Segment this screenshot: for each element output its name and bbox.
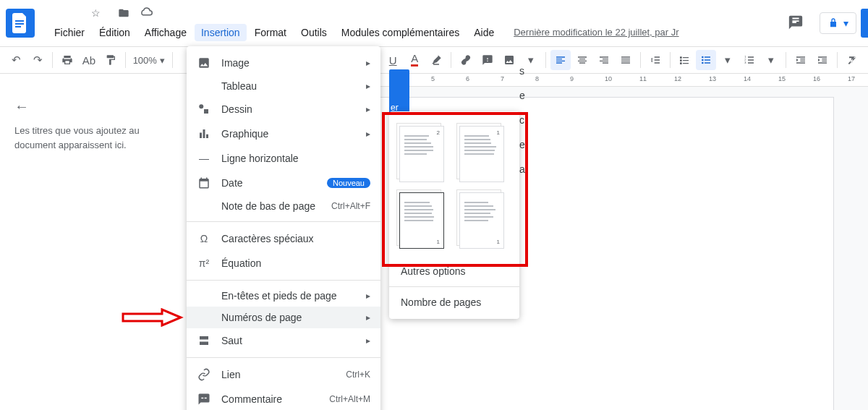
- submenu-other-options[interactable]: Autres options: [389, 259, 519, 283]
- menu-edit[interactable]: Édition: [93, 24, 137, 41]
- docs-logo[interactable]: [6, 9, 35, 38]
- page-number-option[interactable]: 1: [459, 126, 509, 182]
- svg-point-3: [702, 56, 704, 59]
- text-color-button[interactable]: A: [404, 50, 425, 70]
- menu-image[interactable]: Image▸: [187, 51, 380, 75]
- chevron-right-icon: ▸: [366, 291, 370, 301]
- comments-button[interactable]: [788, 14, 804, 33]
- chevron-right-icon: ▸: [366, 336, 370, 346]
- svg-rect-10: [204, 109, 208, 114]
- chevron-right-icon: ▸: [366, 58, 370, 68]
- title-actions: ☆ ⠀: [91, 7, 153, 21]
- menu-footnote[interactable]: Note de bas de page Ctrl+Alt+F: [187, 195, 380, 217]
- menu-link[interactable]: Lien Ctrl+K: [187, 362, 380, 387]
- print-button[interactable]: [57, 50, 77, 70]
- svg-rect-1: [15, 23, 24, 25]
- menu-addons[interactable]: Modules complémentaires: [335, 24, 466, 41]
- svg-rect-2: [15, 26, 21, 27]
- break-icon: [197, 333, 211, 348]
- menu-drawing[interactable]: Dessin▸: [187, 97, 380, 121]
- omega-icon: Ω: [197, 231, 211, 246]
- svg-point-4: [702, 59, 704, 61]
- menu-headers-footers[interactable]: En-têtes et pieds de page▸: [187, 285, 380, 307]
- drawing-icon: [197, 102, 211, 116]
- pi-icon: π²: [197, 256, 211, 270]
- share-button[interactable]: ▾: [820, 12, 856, 34]
- underline-button[interactable]: U: [383, 50, 403, 70]
- undo-button[interactable]: ↶: [6, 50, 26, 70]
- insert-dropdown: Image▸ Tableau▸ Dessin▸ Graphique▸ ― Lig…: [187, 46, 380, 410]
- cloud-icon[interactable]: [140, 7, 153, 21]
- last-modified-link[interactable]: Dernière modification le 22 juillet, par…: [514, 27, 678, 38]
- star-icon[interactable]: ☆: [91, 7, 101, 21]
- outline-close-button[interactable]: ←: [14, 98, 29, 115]
- redo-button[interactable]: ↷: [27, 50, 48, 70]
- menu-hr[interactable]: ― Ligne horizontale: [187, 146, 380, 171]
- chevron-down-icon: ▾: [160, 55, 165, 66]
- highlight-button[interactable]: [426, 50, 446, 70]
- page-number-option[interactable]: 1: [399, 192, 449, 249]
- menu-format[interactable]: Format: [248, 24, 293, 41]
- share-dropdown-icon: ▾: [843, 17, 848, 29]
- docs-icon: [12, 13, 28, 33]
- menu-help[interactable]: Aide: [467, 24, 501, 41]
- comment-icon: [197, 392, 211, 406]
- new-badge: Nouveau: [327, 178, 370, 188]
- menubar: Fichier Édition Affichage Insertion Form…: [48, 24, 788, 41]
- selection-highlight: er: [389, 69, 409, 114]
- page-number-option[interactable]: 1: [459, 192, 509, 249]
- calendar-icon: [197, 176, 211, 190]
- hr-icon: ―: [197, 151, 211, 166]
- header: ☆ ⠀ Fichier Édition Affichage Insertion …: [0, 0, 868, 46]
- menu-chart[interactable]: Graphique▸: [187, 121, 380, 146]
- image-icon: [197, 56, 211, 70]
- svg-text:3: 3: [745, 61, 747, 64]
- menu-tools[interactable]: Outils: [294, 24, 333, 41]
- header-right: ▾: [788, 12, 856, 34]
- chevron-right-icon: ▸: [366, 81, 370, 91]
- lock-icon: [827, 17, 839, 29]
- menu-date[interactable]: Date Nouveau: [187, 171, 380, 195]
- menu-file[interactable]: Fichier: [48, 24, 91, 41]
- add-comment-button[interactable]: [477, 50, 498, 70]
- chevron-right-icon: ▸: [366, 129, 370, 139]
- svg-point-9: [199, 104, 203, 108]
- menu-comment[interactable]: Commentaire Ctrl+Alt+M: [187, 387, 380, 410]
- paint-button[interactable]: [101, 50, 121, 70]
- menu-view[interactable]: Affichage: [138, 24, 193, 41]
- link-icon: [197, 367, 211, 382]
- submenu-page-count[interactable]: Nombre de pages: [389, 290, 519, 315]
- spellcheck-button[interactable]: Ab: [79, 50, 99, 70]
- outline-panel: ← Les titres que vous ajoutez au documen…: [0, 87, 190, 410]
- menu-table[interactable]: Tableau▸: [187, 75, 380, 97]
- menu-special-chars[interactable]: Ω Caractères spéciaux: [187, 226, 380, 251]
- page-numbers-submenu: 2111 Autres options Nombre de pages: [389, 111, 519, 319]
- menu-page-numbers[interactable]: Numéros de page▸: [187, 307, 380, 328]
- outline-placeholder: Les titres que vous ajoutez au document …: [14, 124, 174, 152]
- side-tab[interactable]: [861, 9, 868, 38]
- chevron-right-icon: ▸: [366, 104, 370, 114]
- document-text-peek: secea: [519, 65, 868, 175]
- svg-point-5: [702, 62, 704, 64]
- menu-insert[interactable]: Insertion: [195, 24, 247, 41]
- chart-icon: [197, 127, 211, 141]
- page-number-grid: 2111: [389, 116, 519, 259]
- menu-break[interactable]: Saut▸: [187, 328, 380, 353]
- link-button[interactable]: [456, 50, 476, 70]
- menu-equation[interactable]: π² Équation: [187, 251, 380, 276]
- chevron-right-icon: ▸: [366, 312, 370, 323]
- page-number-option[interactable]: 2: [399, 126, 449, 182]
- insert-image-button[interactable]: [499, 50, 519, 70]
- move-icon[interactable]: ⠀: [111, 7, 129, 21]
- zoom-select[interactable]: 100% ▾: [130, 55, 168, 66]
- header-center: ☆ ⠀ Fichier Édition Affichage Insertion …: [48, 6, 788, 41]
- svg-rect-0: [15, 20, 24, 22]
